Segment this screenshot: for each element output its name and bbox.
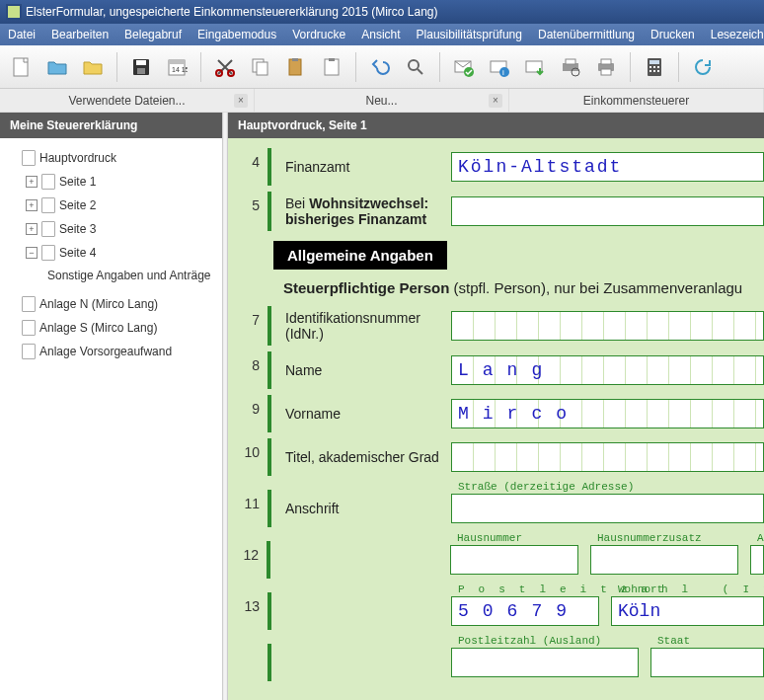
tree-item-sonstige[interactable]: Sonstige Angaben und Anträge (4, 265, 218, 286)
calendar-button[interactable]: 14 15 (161, 51, 192, 83)
tree-label: Hauptvordruck (39, 151, 116, 165)
plz-inland-input[interactable]: Postleitzahl (Inland)50679 (451, 596, 599, 626)
paste-button[interactable] (280, 51, 312, 83)
hausnummerzusatz-input[interactable]: Hausnummerzusatz (590, 545, 738, 575)
scissors-icon (214, 56, 236, 78)
adresse-input[interactable]: Adresse (750, 545, 764, 575)
menu-drucken[interactable]: Drucken (643, 24, 703, 45)
svg-rect-26 (566, 59, 575, 64)
status-button[interactable]: i (484, 51, 515, 83)
tree-item-anlage-n[interactable]: Anlage N (Mirco Lang) (4, 292, 218, 316)
tree-item-seite3[interactable]: +Seite 3 (4, 217, 218, 241)
search-button[interactable] (400, 51, 431, 83)
folder-icon (82, 56, 104, 78)
clipboard-button[interactable] (316, 51, 347, 83)
expand-icon[interactable]: + (26, 223, 38, 235)
row-number: 7 (234, 306, 267, 328)
row-number: 5 (234, 192, 267, 213)
separator (355, 52, 356, 82)
finanzamt-input[interactable]: Köln-Altstadt (451, 152, 764, 182)
bisheriges-finanzamt-input[interactable] (451, 196, 764, 226)
tab-recent-files[interactable]: Verwendete Dateien...× (0, 89, 255, 112)
tree-label: Sonstige Angaben und Anträge (47, 269, 210, 282)
row-finanzamt: 4 Finanzamt Köln-Altstadt (234, 148, 764, 186)
tab-einkommensteuer[interactable]: Einkommensteuerer (509, 89, 764, 112)
vorname-input[interactable]: Mirco (451, 399, 764, 428)
menu-vordrucke[interactable]: Vordrucke (284, 24, 353, 45)
name-input[interactable]: Lang (451, 355, 764, 385)
tree-item-seite1[interactable]: +Seite 1 (4, 170, 218, 194)
content: Meine Steuererklärung Hauptvordruck +Sei… (0, 113, 764, 700)
cut-button[interactable] (209, 51, 241, 83)
calculator-button[interactable] (639, 51, 670, 83)
copy-icon (250, 56, 271, 78)
tree-item-hauptvordruck[interactable]: Hauptvordruck (4, 146, 218, 170)
separator (116, 52, 117, 82)
menu-ansicht[interactable]: Ansicht (353, 24, 408, 45)
svg-line-18 (418, 69, 422, 74)
menu-eingabemodus[interactable]: Eingabemodus (190, 24, 284, 45)
undo-icon (369, 56, 391, 78)
clipboard-icon (321, 56, 343, 78)
idnr-input[interactable] (451, 311, 764, 341)
row-bar (267, 438, 271, 476)
undo-button[interactable] (364, 51, 396, 83)
sidebar-header: Meine Steuererklärung (0, 113, 222, 138)
collapse-icon[interactable]: − (26, 247, 38, 259)
file-icon (11, 56, 33, 78)
open-folder-button[interactable] (41, 51, 73, 83)
svg-rect-34 (653, 66, 655, 68)
tree-item-seite2[interactable]: +Seite 2 (4, 194, 218, 217)
svg-rect-33 (649, 66, 651, 68)
tab-new[interactable]: Neu...× (255, 89, 509, 112)
svg-rect-32 (649, 60, 659, 64)
tree-label: Seite 4 (59, 246, 96, 260)
menu-bearbeiten[interactable]: Bearbeiten (43, 24, 116, 45)
expand-icon[interactable]: + (26, 199, 38, 211)
plz-ausland-input[interactable]: Postleitzahl (Ausland) (451, 648, 639, 677)
staat-input[interactable]: Staat (650, 648, 764, 677)
main-panel: Hauptvordruck, Seite 1 4 Finanzamt Köln-… (228, 113, 764, 700)
titel-input[interactable] (451, 442, 764, 472)
receive-button[interactable] (519, 51, 551, 83)
svg-rect-5 (137, 68, 145, 74)
copy-button[interactable] (245, 51, 276, 83)
strasse-input[interactable]: Straße (derzeitige Adresse) (451, 494, 764, 523)
row-bar (267, 306, 271, 346)
row-plz-ausland: Postleitzahl (Ausland) Staat (234, 644, 764, 681)
menu-plausibilitaet[interactable]: Plausibilitätsprüfung (409, 24, 530, 45)
expand-icon[interactable]: + (26, 176, 38, 188)
document-icon (41, 221, 55, 237)
search-icon (405, 56, 426, 78)
menu-belegabruf[interactable]: Belegabruf (116, 24, 190, 45)
menu-datenuebermittlung[interactable]: Datenübermittlung (530, 24, 643, 45)
tree-item-seite4[interactable]: −Seite 4 (4, 241, 218, 265)
document-icon (22, 150, 36, 166)
tree-item-anlage-vorsorge[interactable]: Anlage Vorsorgeaufwand (4, 340, 218, 363)
row-bar (267, 395, 271, 432)
paste-icon (285, 56, 307, 78)
row-bar (267, 592, 271, 630)
field-caption: Postleitzahl (Ausland) (458, 635, 601, 647)
print-button[interactable] (590, 51, 622, 83)
tree-label: Seite 3 (59, 222, 96, 236)
print-preview-button[interactable] (555, 51, 586, 83)
row-anschrift: 11 Anschrift Straße (derzeitige Adresse) (234, 490, 764, 527)
menu-lesezeichen[interactable]: Lesezeichen (703, 24, 764, 45)
refresh-button[interactable] (687, 51, 719, 83)
menu-datei[interactable]: Datei (0, 24, 43, 45)
hausnummer-input[interactable]: Hausnummer (450, 545, 578, 575)
row-number: 10 (234, 438, 267, 460)
separator (439, 52, 440, 82)
tab-label: Neu... (365, 94, 397, 108)
form-area: 4 Finanzamt Köln-Altstadt 5 Bei Wohnsitz… (228, 138, 764, 700)
folder-button[interactable] (77, 51, 109, 83)
submit-button[interactable] (448, 51, 480, 83)
tree-item-anlage-s[interactable]: Anlage S (Mirco Lang) (4, 316, 218, 340)
field-caption: Postleitzahl (Inland) (458, 583, 764, 595)
close-icon[interactable]: × (234, 94, 248, 108)
wohnort-input[interactable]: WohnortKöln (611, 596, 764, 626)
close-icon[interactable]: × (489, 94, 502, 108)
new-file-button[interactable] (6, 51, 38, 83)
save-button[interactable] (125, 51, 157, 83)
